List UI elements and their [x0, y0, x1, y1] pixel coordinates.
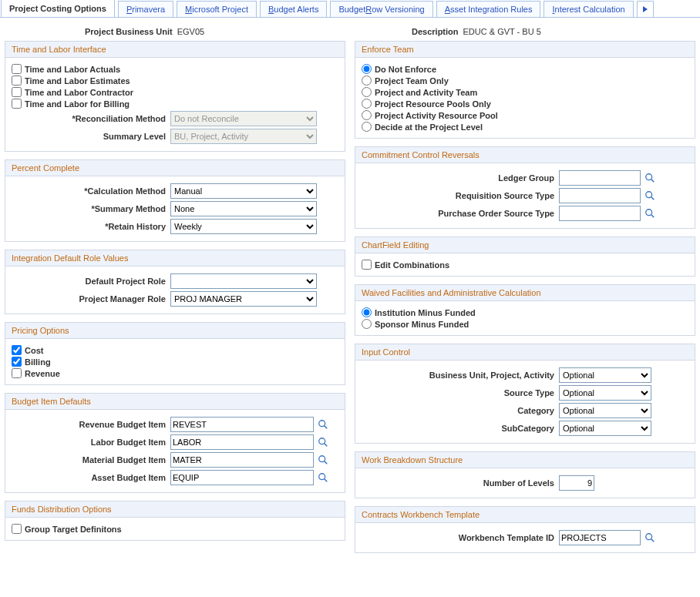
tab-primavera[interactable]: Primavera	[118, 1, 173, 17]
default-project-role-select[interactable]	[170, 273, 317, 289]
group-title: Funds Distribution Options	[5, 501, 345, 518]
material-budget-item-label: Material Budget Item	[12, 455, 170, 465]
decide-at-project-level-radio[interactable]	[362, 122, 372, 132]
lookup-icon[interactable]	[317, 418, 329, 431]
bu-project-activity-select[interactable]: Optional	[559, 367, 651, 383]
percent-complete-group: Percent Complete Calculation MethodManua…	[5, 159, 345, 242]
funds-distribution-options-group: Funds Distribution Options Group Target …	[5, 501, 345, 541]
project-resource-pools-only-radio[interactable]	[362, 99, 372, 109]
group-target-definitions-checkbox[interactable]	[12, 524, 22, 534]
radio-label: Sponsor Minus Funded	[375, 320, 469, 329]
tab-budget-row-versioning[interactable]: Budget Row Versioning	[330, 1, 432, 17]
asset-budget-item-input[interactable]	[170, 470, 314, 485]
reconciliation-method-select[interactable]: Do not Reconcile	[170, 111, 317, 126]
tab-microsoft-project[interactable]: Microsoft Project	[177, 1, 257, 17]
tab-label-post: ow Versioning	[372, 5, 425, 14]
cost-checkbox[interactable]	[12, 345, 22, 355]
subcategory-label: SubCategory	[362, 424, 559, 433]
contracts-workbench-template-group: Contracts Workbench Template Workbench T…	[355, 506, 695, 553]
project-manager-role-select[interactable]: PROJ MANAGER	[170, 291, 317, 307]
summary-method-select[interactable]: None	[170, 201, 317, 216]
key-row: Project Business Unit EGV05 Description …	[0, 18, 700, 41]
calculation-method-select[interactable]: Manual	[170, 183, 317, 199]
revenue-budget-item-input[interactable]	[170, 417, 314, 432]
tab-accesskey: R	[365, 5, 372, 14]
purchase-order-source-type-input[interactable]	[559, 206, 641, 221]
tab-accesskey: P	[126, 5, 132, 14]
group-title: Pricing Options	[5, 323, 345, 339]
requisition-source-type-input[interactable]	[559, 188, 641, 203]
checkbox-label: Time and Labor Actuals	[25, 65, 120, 74]
checkbox-label: Group Target Definitons	[25, 525, 122, 534]
radio-label: Do Not Enforce	[375, 65, 436, 74]
group-title: Percent Complete	[5, 160, 345, 176]
tab-label-pre: Budget	[338, 5, 365, 14]
category-label: Category	[362, 406, 559, 415]
lookup-icon[interactable]	[317, 436, 329, 448]
lookup-icon[interactable]	[644, 532, 656, 544]
category-select[interactable]: Optional	[559, 403, 651, 418]
lookup-icon[interactable]	[644, 207, 656, 220]
tab-budget-alerts[interactable]: Budget Alerts	[260, 1, 327, 17]
sponsor-minus-funded-radio[interactable]	[362, 319, 372, 329]
svg-marker-2	[643, 6, 648, 12]
radio-label: Project Resource Pools Only	[375, 99, 491, 109]
checkbox-label: Billing	[25, 357, 51, 367]
ledger-group-label: Ledger Group	[362, 173, 559, 183]
lookup-icon[interactable]	[644, 189, 656, 202]
retain-history-label: Retain History	[12, 222, 170, 231]
project-team-only-radio[interactable]	[362, 75, 372, 86]
project-business-unit-label: Project Business Unit	[85, 27, 173, 36]
group-title: ChartField Editing	[355, 237, 695, 253]
work-breakdown-structure-group: Work Breakdown Structure Number of Level…	[355, 451, 695, 498]
time-and-labor-contractor-checkbox[interactable]	[12, 87, 22, 97]
subcategory-select[interactable]: Optional	[559, 421, 651, 436]
requisition-source-type-label: Requisition Source Type	[362, 191, 559, 200]
purchase-order-source-type-label: Purchase Order Source Type	[362, 209, 559, 218]
tab-label-post: rimavera	[132, 5, 165, 14]
lookup-icon[interactable]	[317, 471, 329, 484]
summary-method-label: Summary Method	[12, 204, 170, 213]
radio-label: Project Team Only	[375, 76, 449, 86]
material-budget-item-input[interactable]	[170, 452, 314, 468]
time-and-labor-estimates-checkbox[interactable]	[12, 75, 22, 86]
checkbox-label: Time and Labor Contractor	[25, 88, 133, 97]
tab-accesskey: M	[185, 5, 192, 14]
number-of-levels-input[interactable]	[559, 475, 594, 491]
retain-history-select[interactable]: Weekly	[170, 219, 317, 234]
edit-combinations-checkbox[interactable]	[362, 260, 372, 270]
tab-accesskey: B	[268, 5, 274, 14]
group-title: Budget Item Defaults	[5, 394, 345, 410]
ledger-group-input[interactable]	[559, 170, 641, 186]
source-type-select[interactable]: Optional	[559, 385, 651, 401]
source-type-label: Source Type	[362, 388, 559, 397]
tab-asset-integration-rules[interactable]: Asset Integration Rules	[436, 1, 541, 17]
group-title: Integration Default Role Values	[5, 250, 345, 267]
workbench-template-id-input[interactable]	[559, 530, 641, 545]
revenue-checkbox[interactable]	[12, 368, 22, 378]
institution-minus-funded-radio[interactable]	[362, 307, 372, 317]
tabs-scroll-right-button[interactable]	[637, 1, 654, 17]
summary-level-select[interactable]: BU, Project, Activity	[170, 129, 317, 144]
input-control-group: Input Control Business Unit, Project, Ac…	[355, 344, 695, 444]
checkbox-label: Edit Combinations	[375, 260, 449, 270]
tab-strip: Project Costing Options Primavera Micros…	[0, 0, 700, 18]
lookup-icon[interactable]	[644, 172, 656, 184]
tab-project-costing-options[interactable]: Project Costing Options	[1, 0, 115, 17]
time-and-labor-actuals-checkbox[interactable]	[12, 64, 22, 74]
enforce-team-group: Enforce Team Do Not Enforce Project Team…	[355, 41, 695, 139]
bu-project-activity-label: Business Unit, Project, Activity	[362, 371, 559, 380]
tab-interest-calculation[interactable]: Interest Calculation	[544, 1, 633, 17]
tab-label-post: sset Integration Rules	[450, 5, 532, 14]
checkbox-label: Cost	[25, 346, 43, 355]
billing-checkbox[interactable]	[12, 357, 22, 367]
labor-budget-item-input[interactable]	[170, 434, 314, 450]
lookup-icon[interactable]	[317, 454, 329, 466]
time-and-labor-for-billing-checkbox[interactable]	[12, 99, 22, 109]
project-business-unit-value: EGV05	[177, 27, 204, 36]
do-not-enforce-radio[interactable]	[362, 64, 372, 74]
project-activity-resource-pool-radio[interactable]	[362, 110, 372, 120]
number-of-levels-label: Number of Levels	[362, 478, 559, 488]
checkbox-label: Revenue	[25, 369, 60, 378]
project-and-activity-team-radio[interactable]	[362, 87, 372, 97]
